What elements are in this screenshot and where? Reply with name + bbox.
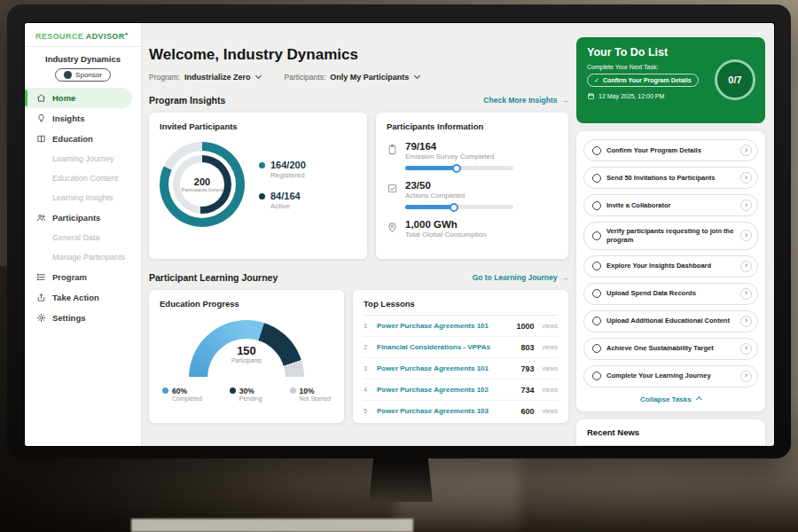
stat-value: 79/164 <box>405 141 513 152</box>
chevron-right-icon: › <box>740 288 752 300</box>
views-label: views <box>542 387 558 393</box>
todo-column: Your To Do List Complete Your Next Task:… <box>576 37 765 445</box>
sponsor-badge[interactable]: Sponsor <box>55 68 111 82</box>
chevron-right-icon: › <box>740 230 752 241</box>
lesson-row[interactable]: 5 Power Purchase Agreements 103 600 view… <box>364 401 558 421</box>
todo-item[interactable]: Invite a Collaborator › <box>583 194 758 216</box>
lesson-link[interactable]: Financial Considerations - VPPAs <box>377 343 514 351</box>
check-square-icon <box>387 182 398 193</box>
sponsor-label: Sponsor <box>75 71 102 79</box>
checkbox-icon[interactable] <box>592 262 601 270</box>
program-filter-label: Program: <box>149 73 180 82</box>
checkbox-icon[interactable] <box>592 201 601 210</box>
todo-item[interactable]: Achieve One Sustainability Target › <box>583 338 758 360</box>
todo-item[interactable]: Upload Additional Educational Content › <box>583 310 758 332</box>
sidebar-item-learning-journey[interactable]: Learning Journey <box>25 149 141 168</box>
lesson-row[interactable]: 3 Power Purchase Agreements 101 793 view… <box>364 358 558 379</box>
todo-item[interactable]: Verify participants requesting to join t… <box>583 222 758 250</box>
sidebar-item-label: Home <box>52 93 75 103</box>
views-label: views <box>542 344 558 350</box>
collapse-tasks-link[interactable]: Collapse Tasks <box>583 393 758 407</box>
todo-item[interactable]: Send 50 Invitations to Participants › <box>583 167 758 189</box>
lesson-views: 600 <box>520 407 534 416</box>
lesson-link[interactable]: Power Purchase Agreements 101 <box>377 364 514 372</box>
next-task-pill[interactable]: ✓ Confirm Your Program Details <box>587 74 699 87</box>
calendar-icon <box>587 92 595 100</box>
learning-cards-row: Education Progress 150 Participants 60% <box>149 290 568 423</box>
checkbox-icon[interactable] <box>592 231 601 240</box>
logo-word-2: ADVISOR <box>86 32 125 41</box>
next-task-label: Confirm Your Program Details <box>603 77 692 83</box>
lesson-rank: 5 <box>364 407 371 415</box>
sidebar: RESOURCE ADVISOR+ Industry Dynamics Spon… <box>25 23 142 446</box>
checkbox-icon[interactable] <box>592 372 601 380</box>
checkbox-icon[interactable] <box>592 317 601 325</box>
legend-label: Completed <box>172 395 202 402</box>
lightbulb-icon <box>36 113 46 123</box>
sidebar-item-label: General Data <box>52 233 100 242</box>
go-to-learning-journey-link[interactable]: Go to Learning Journey → <box>473 273 568 282</box>
logo-plus: + <box>125 31 129 37</box>
program-filter[interactable]: Program: Industrialize Zero <box>149 73 261 82</box>
active-label: Active <box>270 202 301 210</box>
gauge-center-value: 150 <box>189 344 304 357</box>
lesson-row[interactable]: 1 Power Purchase Agreements 101 1000 vie… <box>364 316 558 337</box>
sidebar-item-home[interactable]: Home <box>25 88 132 108</box>
lesson-row[interactable]: 4 Power Purchase Agreements 102 734 view… <box>364 379 558 401</box>
top-lessons-card: Top Lessons 1 Power Purchase Agreements … <box>353 290 568 423</box>
lesson-link[interactable]: Power Purchase Agreements 101 <box>377 322 510 330</box>
checkbox-icon[interactable] <box>592 146 601 155</box>
check-more-insights-link[interactable]: Check More Insights → <box>483 96 568 105</box>
todo-item[interactable]: Explore Your Insights Dashboard › <box>583 255 758 278</box>
sidebar-item-learning-insights[interactable]: Learning Insights <box>25 188 141 207</box>
sidebar-item-education-content[interactable]: Education Content <box>25 168 141 188</box>
education-progress-card: Education Progress 150 Participants 60% <box>149 290 344 423</box>
checkbox-icon[interactable] <box>592 289 601 298</box>
lesson-rank: 3 <box>364 364 371 372</box>
todo-item[interactable]: Complete Your Learning Journey › <box>583 365 758 387</box>
list-icon <box>36 272 46 282</box>
active-dot-icon <box>259 193 265 200</box>
views-label: views <box>542 408 558 414</box>
program-filter-value: Industrialize Zero <box>184 73 251 82</box>
main-content: Welcome, Industry Dynamics Program: Indu… <box>149 23 568 446</box>
lesson-rank: 2 <box>364 343 371 351</box>
insights-cards-row: Invited Participants 200 Participants In… <box>149 113 568 259</box>
lesson-link[interactable]: Power Purchase Agreements 103 <box>377 407 514 415</box>
todo-title: Your To Do List <box>587 46 755 59</box>
lesson-link[interactable]: Power Purchase Agreements 102 <box>377 386 514 394</box>
sidebar-item-program[interactable]: Program <box>25 267 141 287</box>
info-row-consumption: 1,000 GWh Total Global Consumption <box>387 219 558 239</box>
invited-donut-chart: 200 Participants Invited 164/200 <box>160 142 356 227</box>
sidebar-item-participants[interactable]: Participants <box>25 207 141 228</box>
todo-item[interactable]: Confirm Your Program Details › <box>583 139 758 161</box>
sidebar-item-insights[interactable]: Insights <box>25 108 141 129</box>
stat-label: Actions Completed <box>405 192 513 200</box>
recent-news-title: Recent News <box>587 427 755 437</box>
donut-center-label: Participants Invited <box>182 187 223 193</box>
sidebar-item-manage-participants[interactable]: Manage Participants <box>25 247 141 267</box>
check-icon: ✓ <box>594 77 599 84</box>
lesson-views: 734 <box>520 386 534 395</box>
todo-item-label: Explore Your Insights Dashboard <box>606 262 735 270</box>
lesson-row[interactable]: 2 Financial Considerations - VPPAs 803 v… <box>364 337 558 358</box>
todo-item-label: Achieve One Sustainability Target <box>606 344 735 353</box>
participants-filter[interactable]: Participants: Only My Participants <box>284 73 419 82</box>
donut-inner-ring: 200 Participants Invited <box>173 155 231 214</box>
sidebar-item-take-action[interactable]: Take Action <box>25 287 141 308</box>
checkbox-icon[interactable] <box>592 174 601 183</box>
active-value: 84/164 <box>270 191 301 201</box>
stat-value: 1,000 GWh <box>405 219 487 230</box>
todo-item[interactable]: Upload Spend Data Records › <box>583 283 758 305</box>
sidebar-item-settings[interactable]: Settings <box>25 308 141 328</box>
sidebar-item-education[interactable]: Education <box>25 129 141 149</box>
home-icon <box>36 93 46 103</box>
todo-item-label: Upload Additional Educational Content <box>606 317 735 325</box>
collapse-label: Collapse Tasks <box>640 395 692 403</box>
sidebar-item-label: Education <box>52 134 93 144</box>
todo-item-label: Invite a Collaborator <box>606 201 735 210</box>
monitor-bezel: RESOURCE ADVISOR+ Industry Dynamics Spon… <box>7 4 791 458</box>
location-pin-icon <box>387 221 398 232</box>
checkbox-icon[interactable] <box>592 344 601 353</box>
sidebar-item-general-data[interactable]: General Data <box>25 228 141 247</box>
